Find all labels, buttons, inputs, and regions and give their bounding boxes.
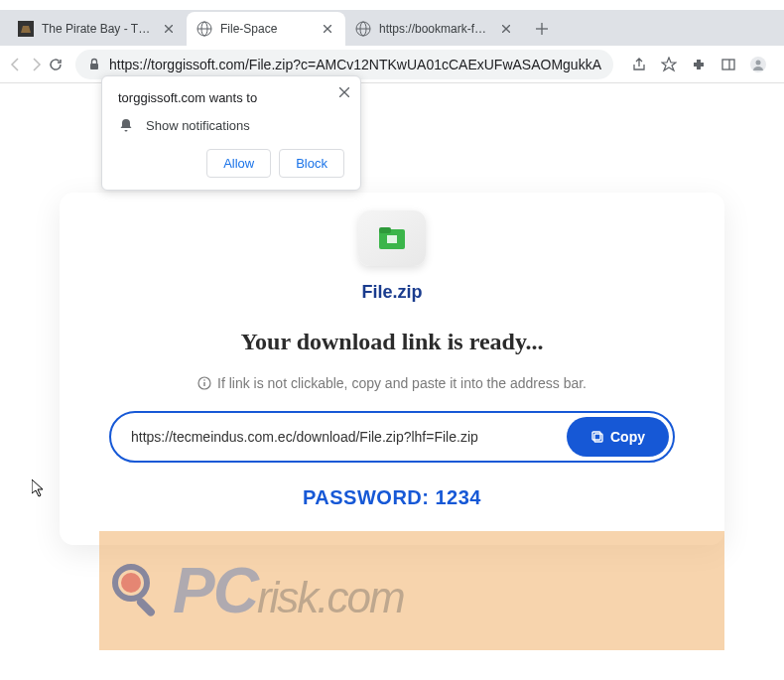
copy-button[interactable]: Copy [567, 417, 669, 457]
file-name: File.zip [109, 282, 675, 303]
tab-strip: The Pirate Bay - The galaxy's File-Space… [0, 10, 784, 46]
cursor-icon [32, 479, 46, 501]
info-message: If link is not clickable, copy and paste… [217, 375, 587, 391]
watermark: PCrisk.com [99, 531, 724, 650]
tab-close-button[interactable] [161, 21, 177, 37]
file-icon [358, 210, 426, 266]
favicon-icon [18, 21, 34, 37]
new-tab-button[interactable] [528, 15, 556, 43]
tab-title: https://bookmark-folders.com [379, 22, 492, 36]
copy-icon [590, 430, 604, 444]
block-button[interactable]: Block [279, 149, 344, 178]
profile-button[interactable] [744, 51, 772, 78]
favicon-icon [355, 21, 371, 37]
tab-title: The Pirate Bay - The galaxy's [42, 22, 155, 36]
address-bar[interactable]: https://torggissoft.com/File.zip?c=AMCv1… [75, 50, 613, 79]
svg-rect-19 [90, 64, 98, 69]
svg-rect-30 [379, 227, 391, 233]
download-url-field[interactable]: https://tecmeindus.com.ec/download/File.… [111, 417, 563, 457]
svg-rect-31 [387, 235, 397, 243]
copy-label: Copy [610, 429, 645, 445]
close-prompt-button[interactable] [336, 84, 352, 100]
svg-point-38 [121, 573, 141, 593]
tab-filespace[interactable]: File-Space [187, 12, 345, 46]
svg-rect-39 [135, 597, 156, 617]
prompt-origin: torggissoft.com wants to [118, 90, 344, 105]
lock-icon [87, 58, 101, 71]
tab-close-button[interactable] [498, 21, 514, 37]
download-card: File.zip Your download link is ready... … [60, 193, 724, 545]
tab-close-button[interactable] [320, 21, 335, 37]
ready-heading: Your download link is ready... [109, 329, 675, 355]
bell-icon [118, 117, 134, 133]
svg-rect-20 [722, 60, 734, 69]
watermark-pc: PC [173, 555, 257, 626]
extensions-button[interactable] [685, 51, 713, 78]
prompt-permission-text: Show notifications [146, 118, 250, 133]
watermark-rest: risk.com [257, 573, 404, 621]
notification-prompt: torggissoft.com wants to Show notificati… [101, 75, 361, 191]
svg-rect-35 [594, 434, 602, 442]
tab-title: File-Space [220, 22, 314, 36]
password-text: PASSWORD: 1234 [109, 486, 675, 509]
svg-rect-36 [592, 432, 600, 440]
tab-piratebay[interactable]: The Pirate Bay - The galaxy's [8, 12, 187, 46]
info-icon [197, 376, 211, 390]
bookmark-star-button[interactable] [655, 51, 683, 78]
info-text: If link is not clickable, copy and paste… [197, 375, 587, 391]
favicon-icon [196, 21, 212, 37]
allow-button[interactable]: Allow [206, 149, 271, 178]
menu-button[interactable] [774, 51, 784, 78]
reload-button[interactable] [48, 51, 64, 78]
share-button[interactable] [625, 51, 653, 78]
magnifier-icon [109, 561, 169, 620]
url-text: https://torggissoft.com/File.zip?c=AMCv1… [109, 57, 601, 72]
svg-point-23 [756, 60, 761, 65]
side-panel-button[interactable] [715, 51, 742, 78]
download-link-row: https://tecmeindus.com.ec/download/File.… [109, 411, 675, 463]
svg-point-33 [203, 379, 205, 381]
back-button[interactable] [8, 51, 24, 78]
tab-bookmark[interactable]: https://bookmark-folders.com [345, 12, 524, 46]
forward-button[interactable] [28, 51, 44, 78]
